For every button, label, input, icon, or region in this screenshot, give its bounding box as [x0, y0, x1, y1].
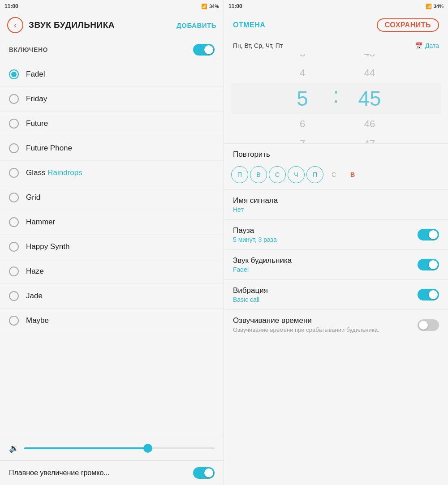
ringtone-item-futurephone[interactable]: Future Phone	[0, 136, 224, 161]
enabled-toggle-row: ВКЛЮЧЕНО	[0, 38, 224, 62]
minute-43: 43	[343, 54, 396, 63]
setting-tts: Озвучивание времени Озвучивание времени …	[224, 309, 448, 340]
alarm-sound-value: Fadel	[233, 266, 292, 273]
add-button[interactable]: ДОБАВИТЬ	[177, 21, 216, 29]
ringtone-item-happysynth[interactable]: Happy Synth	[0, 235, 224, 259]
day-circle-thu[interactable]: Ч	[288, 166, 305, 183]
vibration-value: Basic call	[233, 296, 268, 303]
ringtone-name-jade: Jade	[26, 292, 43, 300]
repeat-section: Повторить	[224, 143, 448, 163]
smooth-toggle[interactable]	[193, 467, 215, 479]
ringtone-name-futurephone: Future Phone	[26, 144, 72, 153]
time-scroll-container[interactable]: 3 4 5 6 7 : 43 44 45 46 47	[231, 54, 441, 143]
day-label-thu: Ч	[294, 171, 298, 178]
ringtone-item-friday[interactable]: Friday	[0, 87, 224, 112]
left-battery: 34%	[209, 4, 219, 9]
right-status-bar: 11:00 📶 34%	[224, 0, 448, 13]
ringtone-item-grid[interactable]: Grid	[0, 185, 224, 210]
ringtone-name-friday: Friday	[26, 94, 47, 103]
radio-maybe[interactable]	[9, 316, 19, 326]
save-button[interactable]: СОХРАНИТЬ	[377, 18, 439, 32]
ringtone-item-hammer[interactable]: Hammer	[0, 210, 224, 235]
ringtone-item-jade[interactable]: Jade	[0, 284, 224, 309]
tts-row: Озвучивание времени Озвучивание времени …	[233, 316, 439, 334]
day-circle-fri[interactable]: П	[306, 166, 323, 183]
ringtone-name-happysynth: Happy Synth	[26, 242, 69, 251]
tts-toggle[interactable]	[418, 319, 439, 331]
left-time: 11:00	[4, 3, 18, 9]
radio-haze[interactable]	[9, 266, 19, 276]
left-status-bar: 11:00 📶 34%	[0, 0, 224, 13]
day-circle-sun[interactable]: В	[344, 166, 361, 183]
radio-glassraindrops[interactable]	[9, 168, 19, 178]
ringtone-item-fadel[interactable]: Fadel	[0, 62, 224, 87]
enabled-toggle[interactable]	[193, 44, 215, 56]
setting-signal-name[interactable]: Имя сигнала Нет	[224, 189, 448, 219]
setting-alarm-sound: Звук будильника Fadel	[224, 249, 448, 279]
ringtone-name-fadel: Fadel	[26, 70, 45, 79]
radio-grid[interactable]	[9, 193, 19, 202]
vibration-label: Вибрация	[233, 286, 268, 295]
day-circle-wed[interactable]: С	[269, 166, 286, 183]
wifi-icon: 📶	[201, 4, 207, 9]
hour-4: 4	[276, 63, 329, 83]
ringtone-name-hammer: Hammer	[26, 218, 55, 227]
radio-futurephone[interactable]	[9, 143, 19, 153]
pause-label: Пауза	[233, 226, 277, 235]
signal-name-value: Нет	[233, 206, 278, 213]
day-label-wed: С	[275, 171, 280, 178]
alarm-sound-row: Звук будильника Fadel	[233, 256, 439, 273]
right-wifi-icon: 📶	[426, 4, 432, 9]
back-button[interactable]: ‹	[7, 17, 23, 33]
time-picker-section: Пн, Вт, Ср, Чт, Пт 📅 Дата 3 4 5 6 7 : 43…	[224, 38, 448, 143]
calendar-icon: 📅	[415, 42, 422, 49]
day-label-sun: В	[350, 171, 355, 178]
pause-row: Пауза 5 минут, 3 раза	[233, 226, 439, 243]
day-label-sat: С	[332, 171, 336, 178]
day-circle-mon[interactable]: П	[231, 166, 248, 183]
ringtone-item-haze[interactable]: Haze	[0, 259, 224, 284]
date-label: Дата	[425, 42, 439, 49]
ringtone-name-future: Future	[26, 119, 48, 128]
ringtone-name-grid: Grid	[26, 193, 40, 202]
radio-future[interactable]	[9, 119, 19, 129]
pause-value: 5 минут, 3 раза	[233, 236, 277, 243]
ringtone-list: Fadel Friday Future Future Phone Glass R…	[0, 62, 224, 436]
pause-toggle[interactable]	[418, 229, 439, 240]
page-title: ЗВУК БУДИЛЬНИКА	[29, 20, 177, 30]
day-circle-sat[interactable]: С	[325, 166, 342, 183]
tts-content: Озвучивание времени Озвучивание времени …	[233, 316, 412, 334]
alarm-sound-toggle[interactable]	[418, 259, 439, 270]
day-label-mon: П	[237, 171, 242, 178]
ringtone-name-haze: Haze	[26, 267, 44, 276]
radio-fadel[interactable]	[9, 69, 19, 79]
hour-6: 6	[276, 114, 329, 134]
hours-column[interactable]: 3 4 5 6 7	[276, 54, 329, 143]
right-time: 11:00	[228, 3, 242, 9]
radio-happysynth[interactable]	[9, 242, 19, 252]
vibration-row: Вибрация Basic call	[233, 286, 439, 303]
smooth-label: Плавное увеличение громко...	[9, 469, 110, 477]
volume-row: 🔉	[0, 436, 224, 460]
vibration-toggle[interactable]	[418, 289, 439, 300]
ringtone-name-glassraindrops: Glass Raindrops	[26, 168, 82, 177]
pause-content: Пауза 5 минут, 3 раза	[233, 226, 277, 243]
cancel-button[interactable]: ОТМЕНА	[233, 21, 265, 29]
time-separator: :	[329, 83, 343, 107]
left-status-icons: 📶 34%	[201, 4, 219, 9]
volume-slider[interactable]	[24, 447, 215, 449]
ringtone-item-future[interactable]: Future	[0, 112, 224, 136]
radio-jade[interactable]	[9, 291, 19, 301]
date-button[interactable]: 📅 Дата	[415, 42, 439, 49]
ringtone-item-glassraindrops[interactable]: Glass Raindrops	[0, 161, 224, 185]
day-circle-tue[interactable]: В	[250, 166, 267, 183]
radio-friday[interactable]	[9, 94, 19, 104]
enabled-label: ВКЛЮЧЕНО	[9, 46, 48, 53]
minute-45-selected: 45	[343, 83, 396, 114]
ringtone-item-maybe[interactable]: Maybe	[0, 309, 224, 333]
minutes-column[interactable]: 43 44 45 46 47	[343, 54, 396, 143]
right-header: ОТМЕНА СОХРАНИТЬ	[224, 13, 448, 38]
radio-hammer[interactable]	[9, 217, 19, 227]
minute-47: 47	[343, 134, 396, 143]
right-status-icons: 📶 34%	[426, 4, 444, 9]
